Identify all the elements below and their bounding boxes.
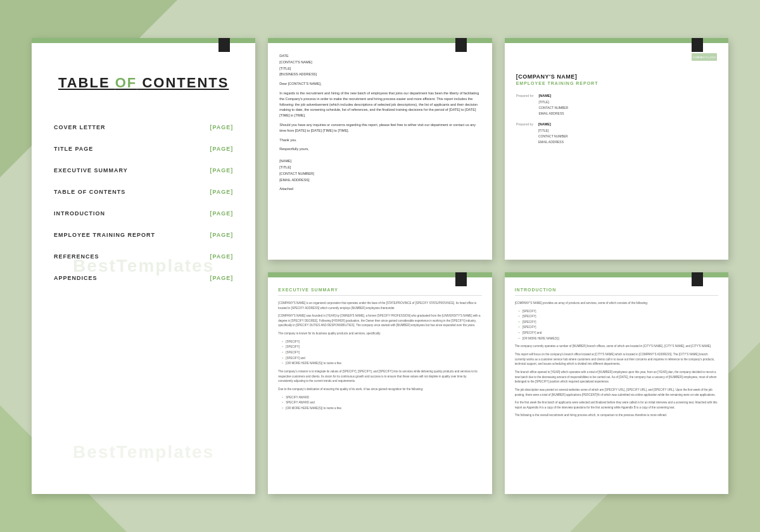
page-tab <box>218 38 230 52</box>
cover-letter-body: In regards to the recruitment and hiring… <box>279 91 480 118</box>
cover-letter-contact-name: [CONTACT'S NAME] <box>279 60 480 65</box>
for-title: [TITLE] <box>538 99 568 105</box>
intro-bullet-6: [OR MORE HERE NAME(S)] <box>519 336 718 341</box>
title-prepared-section: Prepared for [NAME] [TITLE] CONTACT NUMB… <box>516 93 717 145</box>
exec-summary-content: EXECUTIVE SUMMARY [COMPANY'S NAME] is an… <box>268 277 491 422</box>
toc-page-appendices: [PAGE] <box>210 275 233 281</box>
cover-letter-thank-you: Thank you. <box>279 137 480 143</box>
intro-para6: For the first week the first batch of ap… <box>515 400 718 410</box>
cover-letter-title: [TITLE] <box>279 66 480 72</box>
by-contact: CONTACT NUMBER <box>538 134 568 139</box>
cover-letter-tab <box>455 38 467 52</box>
exec-summary-bullets2: SPECIFY AWARD SPECIFY AWARD and [OR MORE… <box>282 395 481 411</box>
toc-page-cover-letter: [PAGE] <box>210 124 233 130</box>
exec-bullet-2: [SPECIFY] <box>282 345 481 350</box>
toc-entry-introduction: INTRODUCTION [PAGE] <box>54 203 233 224</box>
intro-bullet-4: [SPECIFY] <box>519 325 718 330</box>
exec-summary-title: EXECUTIVE SUMMARY <box>278 286 481 296</box>
intro-bullet-3: [SPECIFY] <box>519 320 718 325</box>
toc-entry-appendices: APPENDICES [PAGE] <box>54 267 233 289</box>
cover-letter-dear-line: Dear [CONTACT'S NAME], <box>279 81 480 87</box>
toc-page-employee-training: [PAGE] <box>210 232 233 238</box>
toc-label-appendices: APPENDICES <box>54 275 98 281</box>
toc-page-title-page: [PAGE] <box>210 146 233 152</box>
intro-content: INTRODUCTION [COMPANY'S NAME] provides a… <box>505 277 728 430</box>
intro-tab <box>692 272 703 286</box>
for-name: [NAME] <box>538 93 568 99</box>
intro-bullet-2: [SPECIFY] <box>519 314 718 319</box>
prepared-by-row: Prepared by [NAME] [TITLE] CONTACT NUMBE… <box>516 122 717 145</box>
exec-summary-para2: [COMPANY'S NAME] was founded in [YEAR] b… <box>278 314 481 328</box>
prepared-for-label: Prepared for <box>516 94 534 98</box>
cover-letter-address: [BUSINESS ADDRESS] <box>279 72 480 77</box>
by-email: EMAIL ADDRESS <box>538 139 568 145</box>
exec-award-2: SPECIFY AWARD and <box>282 400 481 405</box>
cover-letter-header: DATE [CONTACT'S NAME] [TITLE] [BUSINESS … <box>279 53 480 77</box>
exec-summary-para1: [COMPANY'S NAME] is an organized corpora… <box>278 301 481 310</box>
toc-label-table-of-contents: TABLE OF CONTENTS <box>54 189 125 195</box>
intro-document-page: INTRODUCTION [COMPANY'S NAME] provides a… <box>505 272 728 494</box>
cover-letter-signature: Respectfully yours, [NAME] [TITLE] [CONT… <box>279 146 480 182</box>
toc-entry-cover-letter: COVER LETTER [PAGE] <box>54 117 233 138</box>
toc-page-references: [PAGE] <box>210 253 233 260</box>
pages-container: BestTemplates TABLE OF CONTENTS COVER LE… <box>32 38 728 494</box>
intro-bullet-5: [SPECIFY] and <box>519 331 718 336</box>
exec-bullet-1: [SPECIFY] <box>282 339 481 345</box>
title-page-main: [COMPANY'S NAME] EMPLOYEE TRAINING REPOR… <box>516 73 717 86</box>
intro-title: INTRODUCTION <box>515 286 718 296</box>
cover-letter-thankyou: Thank you. <box>279 137 480 143</box>
exec-award-3: [OR MORE HERE NAME(S)] to name a few. <box>282 406 481 411</box>
prepared-for-details: [NAME] [TITLE] CONTACT NUMBER EMAIL ADDR… <box>538 93 568 117</box>
cover-letter-inquiry: Should you have any inquiries or concern… <box>279 122 480 134</box>
toc-page-table-of-contents: [PAGE] <box>210 189 233 195</box>
toc-entries: COVER LETTER [PAGE] TITLE PAGE [PAGE] EX… <box>54 117 233 289</box>
by-title: [TITLE] <box>538 128 568 134</box>
title-document-page: COMPANY'S LOGO [COMPANY'S NAME] EMPLOYEE… <box>505 38 728 260</box>
cover-letter-date: DATE <box>279 53 480 59</box>
exec-bullet-3: [SPECIFY] <box>282 350 481 355</box>
title-page-content: COMPANY'S LOGO [COMPANY'S NAME] EMPLOYEE… <box>505 43 728 160</box>
toc-label-introduction: INTRODUCTION <box>54 210 105 217</box>
toc-label-title-page: TITLE PAGE <box>54 146 93 152</box>
title-page-logo-area: COMPANY'S LOGO <box>516 53 717 61</box>
prepared-for-row: Prepared for [NAME] [TITLE] CONTACT NUMB… <box>516 93 717 117</box>
toc-label-cover-letter: COVER LETTER <box>54 124 106 130</box>
exec-bullet-4: [SPECIFY] and <box>282 356 481 361</box>
watermark-bottom: BestTemplates <box>73 442 214 462</box>
prepared-by-label: Prepared by <box>516 122 533 126</box>
toc-label-employee-training: EMPLOYEE TRAINING REPORT <box>54 232 155 238</box>
intro-para2: The company currently operates a number … <box>515 344 718 349</box>
toc-title-part2: CONTENTS <box>137 75 229 91</box>
intro-para5: The job description was posted on severa… <box>515 388 718 397</box>
cover-letter-document-page: DATE [CONTACT'S NAME] [TITLE] [BUSINESS … <box>268 38 491 260</box>
cover-letter-sig-title: [TITLE] <box>279 165 480 170</box>
exec-bullet-5: [OR MORE HERE NAME(S)] to name a few. <box>282 361 481 366</box>
intro-para7: The following is the overall recruitment… <box>515 413 718 418</box>
cover-letter-content: DATE [CONTACT'S NAME] [TITLE] [BUSINESS … <box>268 43 491 203</box>
intro-para1: [COMPANY'S NAME] provides an array of pr… <box>515 301 718 306</box>
intro-bullets1: [SPECIFY] [SPECIFY] [SPECIFY] [SPECIFY] … <box>519 309 718 341</box>
exec-award-1: SPECIFY AWARD <box>282 395 481 400</box>
exec-summary-para3: The company is known for its business qu… <box>278 331 481 336</box>
title-company-name: [COMPANY'S NAME] <box>516 73 717 80</box>
title-report-title: EMPLOYEE TRAINING REPORT <box>516 81 717 86</box>
toc-title-of: OF <box>115 75 137 91</box>
title-tab <box>692 38 703 52</box>
toc-page-introduction: [PAGE] <box>210 210 233 217</box>
cover-letter-sig-email: [EMAIL ADDRESS] <box>279 177 480 183</box>
toc-entry-table-of-contents: TABLE OF CONTENTS [PAGE] <box>54 181 233 203</box>
toc-entry-employee-training: EMPLOYEE TRAINING REPORT [PAGE] <box>54 224 233 246</box>
toc-content: BestTemplates TABLE OF CONTENTS COVER LE… <box>32 43 255 308</box>
for-email: EMAIL ADDRESS <box>538 111 568 117</box>
prepared-by-details: [NAME] [TITLE] CONTACT NUMBER EMAIL ADDR… <box>538 122 568 145</box>
toc-label-references: REFERENCES <box>54 253 99 260</box>
exec-summary-tab <box>455 272 467 286</box>
toc-entry-title-page: TITLE PAGE [PAGE] <box>54 138 233 160</box>
company-logo: COMPANY'S LOGO <box>692 53 717 61</box>
toc-entry-exec-summary: EXECUTIVE SUMMARY [PAGE] <box>54 160 233 181</box>
cover-letter-body1: In regards to the recruitment and hiring… <box>279 91 480 118</box>
toc-title: TABLE OF CONTENTS <box>54 75 233 91</box>
intro-para3: This report will focus on the company's … <box>515 352 718 367</box>
by-name: [NAME] <box>538 122 568 128</box>
toc-label-exec-summary: EXECUTIVE SUMMARY <box>54 167 128 174</box>
